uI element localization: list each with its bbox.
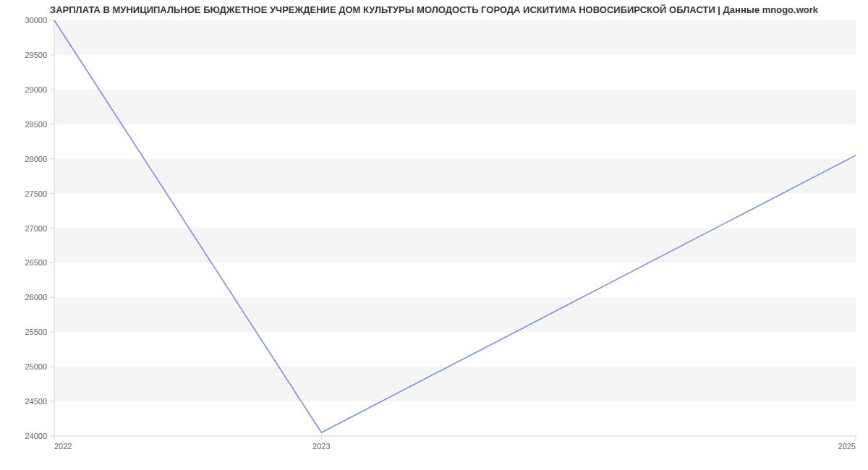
x-tick-label: 2023: [312, 442, 330, 450]
y-tick-label: 24000: [25, 432, 47, 440]
y-tick-label: 25500: [25, 328, 47, 336]
y-tick-label: 28500: [25, 120, 47, 129]
y-tick-label: 25000: [25, 362, 47, 371]
x-tick-label: 2022: [54, 442, 72, 450]
grid-band: [54, 20, 856, 55]
y-tick-label: 27000: [25, 224, 47, 233]
grid-band: [54, 159, 856, 194]
x-tick-label: 2025: [838, 442, 856, 450]
y-tick-label: 26500: [25, 258, 47, 267]
chart-container: ЗАРПЛАТА В МУНИЦИПАЛЬНОЕ БЮДЖЕТНОЕ УЧРЕЖ…: [0, 0, 868, 470]
y-tick-label: 29500: [25, 51, 47, 59]
y-tick-label: 27500: [25, 189, 47, 198]
y-tick-label: 29000: [25, 85, 47, 94]
chart-svg: 2400024500250002550026000265002700027500…: [0, 0, 868, 470]
grid-band: [54, 297, 856, 332]
y-tick-label: 30000: [25, 16, 47, 25]
y-tick-label: 26000: [25, 293, 47, 302]
grid-band: [54, 228, 856, 263]
y-tick-label: 24500: [25, 397, 47, 406]
y-tick-label: 28000: [25, 155, 47, 163]
grid-band: [54, 367, 856, 401]
grid-band: [54, 90, 856, 124]
